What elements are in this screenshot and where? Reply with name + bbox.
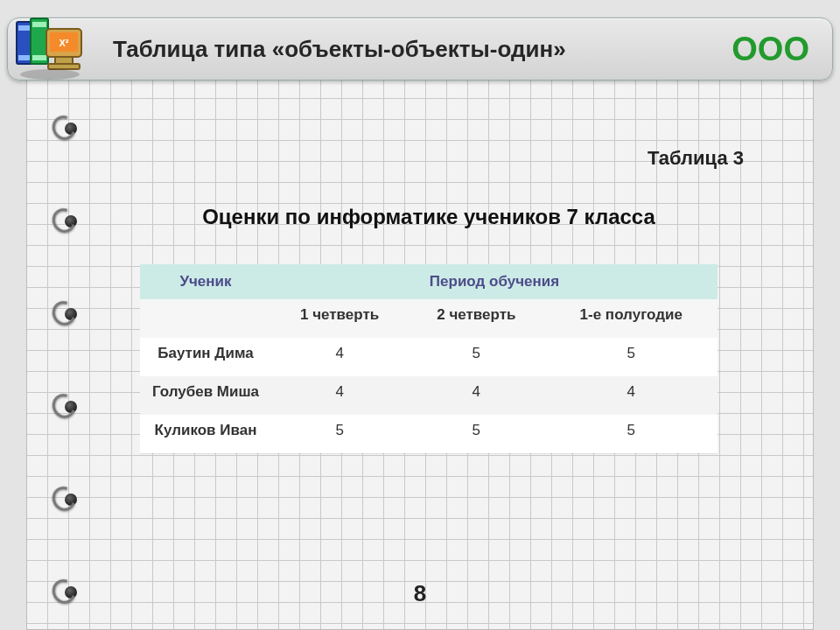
slide-badge: ООО (732, 31, 809, 68)
table-row: Голубев Миша 4 4 4 (140, 376, 718, 415)
col-header-p2: 2 четверть (408, 299, 544, 338)
grade-cell: 5 (408, 338, 544, 376)
slide-content: Таблица 3 Оценки по информатике учеников… (114, 147, 744, 453)
svg-text:X²: X² (60, 38, 69, 48)
svg-rect-4 (32, 22, 46, 27)
svg-rect-10 (48, 64, 80, 69)
grade-cell: 5 (408, 415, 544, 453)
slide-title: Таблица типа «объекты-объекты-один» (113, 36, 732, 63)
books-computer-icon: X² (11, 13, 92, 83)
page-number: 8 (26, 580, 814, 607)
grade-cell: 5 (271, 415, 408, 453)
student-name: Голубев Миша (140, 376, 271, 415)
notebook-paper: Таблица 3 Оценки по информатике учеников… (26, 77, 814, 630)
col-header-blank (140, 299, 271, 338)
svg-point-11 (20, 69, 80, 80)
grade-cell: 5 (544, 338, 718, 376)
student-name: Куликов Иван (140, 415, 271, 453)
col-header-student: Ученик (140, 264, 271, 299)
svg-rect-5 (32, 55, 46, 60)
col-header-period: Период обучения (271, 264, 718, 299)
slide-header: X² Таблица типа «объекты-объекты-один» О… (7, 18, 833, 80)
grade-cell: 5 (544, 415, 718, 453)
col-header-p1: 1 четверть (271, 299, 408, 338)
notebook-spine (58, 77, 84, 630)
svg-rect-9 (55, 57, 73, 64)
grade-cell: 4 (271, 338, 408, 376)
grade-cell: 4 (271, 376, 408, 415)
table-title: Оценки по информатике учеников 7 класса (114, 205, 744, 229)
table-number-label: Таблица 3 (114, 147, 744, 170)
grade-cell: 4 (408, 376, 544, 415)
table-row: Куликов Иван 5 5 5 (140, 415, 718, 453)
grade-cell: 4 (544, 376, 718, 415)
grades-table: Ученик Период обучения 1 четверть 2 четв… (140, 264, 718, 453)
student-name: Баутин Дима (140, 338, 271, 376)
table-row: Баутин Дима 4 5 5 (140, 338, 718, 376)
col-header-p3: 1-е полугодие (544, 299, 718, 338)
